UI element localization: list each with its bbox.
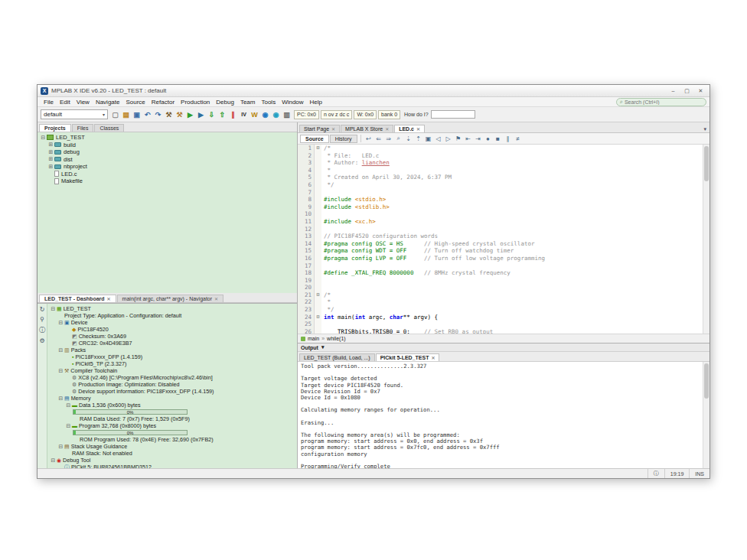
expand-icon[interactable]: ⊞ bbox=[47, 156, 54, 162]
save-all-icon[interactable]: ▣ bbox=[132, 109, 142, 119]
view-tab-history[interactable]: History bbox=[330, 135, 357, 143]
collapse-icon[interactable]: ⊟ bbox=[40, 135, 47, 141]
breadcrumb-item[interactable]: while(1) bbox=[327, 336, 346, 341]
new-file-icon[interactable]: ▢ bbox=[110, 109, 120, 119]
close-icon[interactable]: ✕ bbox=[214, 296, 218, 301]
shift-right-icon[interactable]: ⇥ bbox=[474, 134, 483, 143]
tree-item-led-c[interactable]: LED.c bbox=[38, 171, 297, 178]
toggle-bookmark-icon[interactable]: ⚑ bbox=[454, 134, 463, 143]
output-tab-pickit-5-led-test[interactable]: PICkit 5-LED_TEST✕ bbox=[376, 353, 440, 361]
output-console[interactable]: Tool pack version..............2.3.327 T… bbox=[298, 362, 709, 468]
fold-toggle-icon[interactable]: ⊟ bbox=[315, 291, 321, 299]
search-input[interactable] bbox=[625, 99, 703, 105]
settings-icon[interactable]: ⚙ bbox=[39, 337, 44, 344]
tab-projects[interactable]: Projects bbox=[39, 124, 71, 132]
menu-item-help[interactable]: Help bbox=[307, 99, 325, 106]
pin-icon[interactable]: ⚲ bbox=[40, 316, 44, 323]
editor-scrollbar[interactable] bbox=[703, 145, 709, 334]
stop-macro-icon[interactable]: ■ bbox=[494, 134, 503, 143]
shift-left-icon[interactable]: ⇤ bbox=[464, 134, 473, 143]
code-editor[interactable]: 1⊟/*2 * File: LED.c3 * Author: lianchen4… bbox=[298, 145, 709, 334]
menu-item-tools[interactable]: Tools bbox=[258, 99, 279, 106]
find-selection-icon[interactable]: ⌕ bbox=[394, 134, 403, 143]
comment-icon[interactable]: ∥ bbox=[504, 134, 513, 143]
back-icon[interactable]: ⇐ bbox=[374, 134, 383, 143]
clean-and-build-icon[interactable]: ⚒ bbox=[175, 109, 184, 119]
collapse-icon[interactable]: ⊟ bbox=[65, 402, 72, 409]
console-scrollbar[interactable] bbox=[703, 362, 709, 468]
expand-icon[interactable]: ⊞ bbox=[47, 149, 54, 155]
undo-icon[interactable]: ↶ bbox=[142, 109, 152, 119]
tab-files[interactable]: Files bbox=[72, 124, 94, 132]
menu-item-source[interactable]: Source bbox=[122, 99, 148, 106]
start-macro-icon[interactable]: ● bbox=[484, 134, 493, 143]
collapse-icon[interactable]: ⊟ bbox=[50, 306, 57, 312]
redo-icon[interactable]: ↷ bbox=[153, 109, 163, 119]
tree-item-dist[interactable]: ⊞dist bbox=[38, 156, 297, 164]
menu-item-file[interactable]: File bbox=[41, 99, 57, 106]
last-edit-icon[interactable]: ↩ bbox=[364, 134, 374, 143]
uncomment-icon[interactable]: ≠ bbox=[514, 134, 523, 143]
menu-item-team[interactable]: Team bbox=[237, 99, 259, 106]
previous-bookmark-icon[interactable]: ◁ bbox=[434, 134, 443, 143]
find-next-icon[interactable]: ⇣ bbox=[404, 134, 413, 143]
menu-item-debug[interactable]: Debug bbox=[213, 99, 237, 106]
menu-item-production[interactable]: Production bbox=[178, 99, 213, 106]
build-project-icon[interactable]: ⚒ bbox=[164, 109, 174, 119]
collapse-icon[interactable]: ⊟ bbox=[57, 347, 64, 353]
iv-tool-icon[interactable]: IV bbox=[239, 109, 249, 119]
tree-item-makefile[interactable]: Makefile bbox=[38, 177, 297, 185]
collapse-icon[interactable]: ⊟ bbox=[57, 444, 64, 450]
read-device-memory-icon[interactable]: ⇧ bbox=[217, 109, 227, 119]
tree-item-nbproject[interactable]: ⊞nbproject bbox=[38, 163, 297, 171]
run-project-icon[interactable]: ▶ bbox=[185, 109, 195, 119]
make-and-program-icon[interactable]: ⇩ bbox=[207, 109, 217, 119]
close-icon[interactable]: ✕ bbox=[385, 126, 389, 132]
debug-project-icon[interactable]: ▶ bbox=[196, 109, 206, 119]
search-box[interactable]: ⌕ bbox=[616, 98, 706, 106]
notification-icon[interactable]: ⓘ bbox=[648, 469, 664, 478]
menu-item-refactor[interactable]: Refactor bbox=[148, 99, 178, 106]
menu-item-edit[interactable]: Edit bbox=[57, 99, 73, 106]
tab-classes[interactable]: Classes bbox=[94, 124, 124, 132]
close-icon[interactable]: ✕ bbox=[416, 126, 420, 132]
watch-window-icon[interactable]: W bbox=[250, 109, 259, 119]
expand-icon[interactable]: ⊞ bbox=[47, 142, 54, 148]
forward-icon[interactable]: ⇒ bbox=[384, 134, 393, 143]
editor-tab-led-c[interactable]: LED.c✕ bbox=[394, 125, 425, 132]
tab-main-int-argc-char-argv-naviga[interactable]: main(int argc, char** argv) - Navigator✕ bbox=[117, 295, 224, 302]
menu-item-navigate[interactable]: Navigate bbox=[93, 99, 123, 106]
editor-tab-mplab-x-store[interactable]: MPLAB X Store✕ bbox=[341, 125, 393, 132]
how-do-i-input[interactable] bbox=[431, 110, 475, 119]
titlebar[interactable]: X MPLAB X IDE v6.20 - LED_TEST : default… bbox=[38, 85, 709, 97]
memory-view-icon[interactable]: ▥ bbox=[282, 109, 292, 119]
collapse-icon[interactable]: ⊟ bbox=[57, 320, 64, 326]
find-previous-icon[interactable]: ⇡ bbox=[414, 134, 423, 143]
collapse-icon[interactable]: ⊟ bbox=[57, 368, 64, 374]
view-tab-source[interactable]: Source bbox=[300, 135, 329, 143]
maximize-editor-icon[interactable]: ▾ bbox=[703, 126, 706, 132]
tab-led-test-dashboard[interactable]: LED_TEST - Dashboard✕ bbox=[39, 295, 116, 302]
collapse-icon[interactable]: ⊟ bbox=[50, 457, 57, 464]
tree-item-build[interactable]: ⊞build bbox=[38, 142, 297, 149]
configuration-select[interactable]: default ▾ bbox=[41, 109, 108, 119]
scrollbar-thumb[interactable] bbox=[704, 363, 709, 399]
expand-icon[interactable]: ⊞ bbox=[47, 164, 54, 170]
close-icon[interactable]: ✕ bbox=[107, 296, 111, 301]
close-icon[interactable]: ✕ bbox=[331, 126, 335, 132]
tree-root-project[interactable]: ⊟LED_TEST bbox=[38, 134, 297, 142]
simulator-icon[interactable]: ◉ bbox=[260, 109, 270, 119]
fold-toggle-icon[interactable]: ⊟ bbox=[315, 145, 321, 152]
fold-toggle-icon[interactable]: ⊟ bbox=[315, 314, 321, 321]
output-tab-led-test-build-load[interactable]: LED_TEST (Build, Load, ...) bbox=[299, 353, 375, 361]
close-icon[interactable]: ✕ bbox=[431, 355, 435, 360]
collapse-icon[interactable]: ⊟ bbox=[65, 423, 72, 429]
editor-tab-start-page[interactable]: Start Page✕ bbox=[299, 125, 340, 132]
refresh-icon[interactable]: ↻ bbox=[40, 306, 45, 313]
scrollbar-thumb[interactable] bbox=[704, 146, 709, 181]
tree-item-debug[interactable]: ⊞debug bbox=[38, 148, 297, 156]
menu-item-window[interactable]: Window bbox=[279, 99, 306, 106]
hold-in-reset-icon[interactable]: ∥ bbox=[228, 109, 238, 119]
close-button[interactable]: ✕ bbox=[695, 86, 706, 95]
minimize-button[interactable]: – bbox=[667, 86, 679, 95]
